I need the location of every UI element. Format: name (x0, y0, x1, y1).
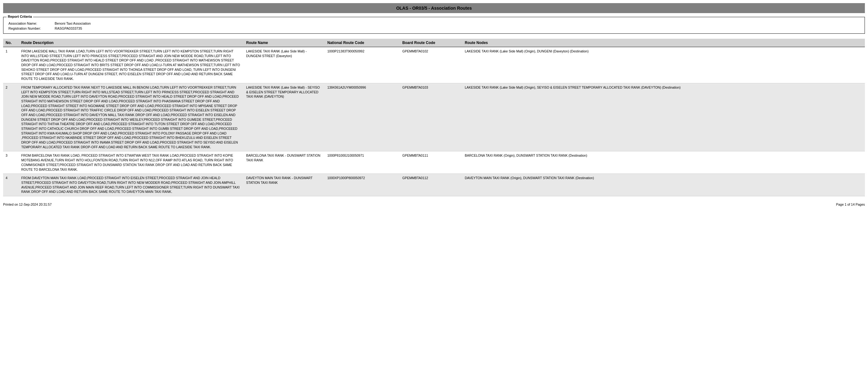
cell-no: 4 (3, 174, 19, 196)
registration-number-label: Registration Number: (8, 27, 52, 30)
cell-route-name: LAKESIDE TAXI RANK (Lake Side Mall) - DU… (244, 47, 325, 83)
cell-no: 3 (3, 151, 19, 174)
header-national-route-code: National Route Code (325, 39, 400, 47)
cell-route-description: FROM LAKESIDE MALL TAXI RANK LOAD,TURN L… (19, 47, 244, 83)
routes-table: No. Route Description Route Name Nationa… (3, 39, 865, 196)
cell-route-description: FROM BARCELONA TAXI RANK LOAD, PROCEED S… (19, 151, 244, 174)
header-board-route-code: Board Route Code (400, 39, 462, 47)
table-row: 4FROM DAVEYTON MAIN TAXI RANK LOAD,PROCE… (3, 174, 865, 196)
cell-route-nodes: LAKESIDE TAXI RANK (Lake Side Mall) (Ori… (462, 47, 865, 83)
cell-board-route-code: GPEMMBTA0102 (400, 47, 462, 83)
cell-board-route-code: GPEMMBTA0103 (400, 83, 462, 151)
cell-national-route-code: 1000P81000J100050971 (325, 151, 400, 174)
cell-national-route-code: 1000XP1000P800050972 (325, 174, 400, 196)
cell-national-route-code: 1384361A2UYM00050996 (325, 83, 400, 151)
cell-route-description: FROM TEMPORARY ALLOCATED TAXI RANK NEXT … (19, 83, 244, 151)
association-name-row: Association Name: Benoni Taxi Associatio… (8, 22, 860, 25)
cell-route-name: DAVEYTON MAIN TAXI RANK - DUNSWART STATI… (244, 174, 325, 196)
header-route-name: Route Name (244, 39, 325, 47)
cell-board-route-code: GPEMMBTA0112 (400, 174, 462, 196)
cell-no: 1 (3, 47, 19, 83)
table-row: 2FROM TEMPORARY ALLOCATED TAXI RANK NEXT… (3, 83, 865, 151)
cell-no: 2 (3, 83, 19, 151)
page-info: Page 1 of 14 Pages (836, 202, 865, 206)
cell-route-nodes: LAKESIDE TAXI RANK (Lake Side Mall) (Ori… (462, 83, 865, 151)
cell-route-name: BARCELONA TAXI RANK - DUNSWART STATION T… (244, 151, 325, 174)
registration-number-row: Registration Number: RASGPA0333735 (8, 27, 860, 30)
header-route-description: Route Description (19, 39, 244, 47)
table-header-row: No. Route Description Route Name Nationa… (3, 39, 865, 47)
cell-route-name: LAKESIDE TAXI RANK (Lake Side Mall) - SE… (244, 83, 325, 151)
footer: Printed on 12-Sep-2024 20:31:57 Page 1 o… (3, 202, 865, 206)
header-route-nodes: Route Nodes (462, 39, 865, 47)
table-row: 3FROM BARCELONA TAXI RANK LOAD, PROCEED … (3, 151, 865, 174)
header-no: No. (3, 39, 19, 47)
association-name-value: Benoni Taxi Association (55, 22, 91, 25)
cell-national-route-code: 1000P21383T900050992 (325, 47, 400, 83)
cell-route-nodes: BARCELONA TAXI RANK (Origin), DUNSWART S… (462, 151, 865, 174)
cell-board-route-code: GPEMMBTA0111 (400, 151, 462, 174)
table-row: 1FROM LAKESIDE MALL TAXI RANK LOAD,TURN … (3, 47, 865, 83)
report-criteria-box: Report Criteria Association Name: Benoni… (3, 17, 865, 34)
registration-number-value: RASGPA0333735 (55, 27, 82, 30)
printed-on: Printed on 12-Sep-2024 20:31:57 (3, 202, 52, 206)
cell-route-nodes: DAVEYTON MAIN TAXI RANK (Origin), DUNSWA… (462, 174, 865, 196)
association-name-label: Association Name: (8, 22, 52, 25)
cell-route-description: FROM DAVEYTON MAIN TAXI RANK LOAD,PROCEE… (19, 174, 244, 196)
page-title: OLAS - OR03/5 - Association Routes (3, 3, 865, 13)
report-criteria-label: Report Criteria (6, 15, 33, 19)
